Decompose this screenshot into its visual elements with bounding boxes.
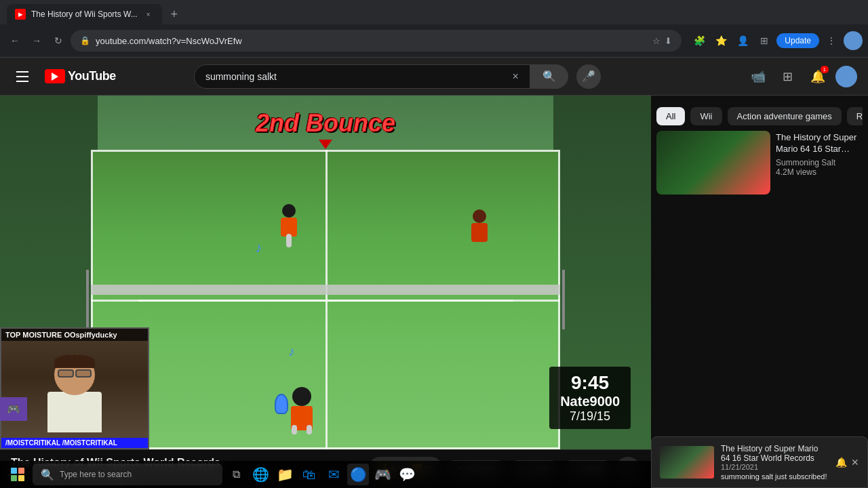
profile-icon[interactable]: 👤 xyxy=(733,31,752,50)
score-overlay: 9:45 Nate9000 7/19/15 xyxy=(549,367,631,429)
lock-icon: 🔒 xyxy=(80,36,90,45)
steam-icon[interactable]: 🎮 xyxy=(372,464,393,485)
file-explorer-icon[interactable]: 📁 xyxy=(274,464,296,485)
main-content: ♪ ♪ 2nd Bounce 9:45 Nate9000 7/19/15 xyxy=(0,96,868,488)
youtube-header: YouTube × 🔍 🎤 📹 ⊞ 🔔 1 xyxy=(0,58,868,96)
chip-action[interactable]: Action adventure games xyxy=(728,107,842,125)
windows-logo-icon xyxy=(11,468,24,481)
score-time: 9:45 xyxy=(560,372,620,394)
user-avatar[interactable] xyxy=(835,66,857,87)
search-icon: 🔍 xyxy=(41,468,54,481)
url-text: youtube.com/watch?v=NscWoJVrEfw xyxy=(96,36,647,46)
back-button[interactable]: ← xyxy=(5,31,24,50)
rec-channel: Summoning Salt xyxy=(776,158,863,167)
search-input[interactable] xyxy=(205,71,513,82)
search-submit-button[interactable]: 🔍 xyxy=(530,64,568,89)
url-actions: ☆ ⬇ xyxy=(652,36,672,46)
youtube-logo-text: YouTube xyxy=(68,69,116,83)
notification-close-button[interactable]: ✕ xyxy=(851,457,859,468)
facecam-image xyxy=(1,329,148,448)
facecam-overlay: TOP MOISTURE OOspiffyducky xyxy=(0,327,149,449)
edge-icon[interactable]: 🌐 xyxy=(250,464,271,485)
rec-thumb-image xyxy=(656,131,770,195)
notification-thumbnail xyxy=(660,446,714,479)
score-date: 7/19/15 xyxy=(560,409,620,424)
notifications-icon[interactable]: 🔔 1 xyxy=(806,64,830,89)
search-bar: × 🔍 🎤 xyxy=(194,64,601,89)
apps-icon[interactable]: ⊞ xyxy=(776,64,800,89)
chip-wii[interactable]: Wii xyxy=(690,107,722,125)
star-icon[interactable]: ☆ xyxy=(652,36,660,46)
search-input-wrapper[interactable]: × xyxy=(194,64,530,89)
twitch-icon: 🎮 xyxy=(0,397,27,421)
notification-popup: The History of Super Mario 64 16 Star Wo… xyxy=(651,436,868,488)
search-clear-button[interactable]: × xyxy=(513,70,519,83)
store-icon[interactable]: 🛍 xyxy=(298,464,320,485)
hamburger-menu-button[interactable] xyxy=(11,66,34,87)
facecam-label: TOP MOISTURE OOspiffyducky xyxy=(1,329,148,341)
download-icon[interactable]: ⬇ xyxy=(665,36,672,46)
taskbar-search-placeholder: Type here to search xyxy=(60,470,132,479)
refresh-button[interactable]: ↻ xyxy=(49,31,68,50)
taskview-button[interactable]: ⧉ xyxy=(225,464,247,485)
tab-close-button[interactable]: × xyxy=(143,9,154,20)
taskview-icon: ⧉ xyxy=(233,468,240,481)
recommended-video-card[interactable]: The History of Super Mario 64 16 Star Wo… xyxy=(656,131,863,195)
rec-views: 4.2M views xyxy=(776,167,863,177)
tab-favicon: ▶ xyxy=(15,9,26,20)
forward-button[interactable]: → xyxy=(27,31,46,50)
notification-actions: 🔔 ✕ xyxy=(835,457,859,468)
facecam-bottom-label: /MOISTCRITIKAL /MOISTCRITIKAL xyxy=(1,438,148,448)
extensions-icon[interactable]: 🧩 xyxy=(690,31,709,50)
menu-icon[interactable]: ⋮ xyxy=(822,31,841,50)
chips-bar: All Wii Action adventure games Reco › xyxy=(656,101,863,131)
browser-avatar[interactable] xyxy=(844,31,863,50)
video-player-section: ♪ ♪ 2nd Bounce 9:45 Nate9000 7/19/15 xyxy=(0,96,651,488)
notification-badge: 1 xyxy=(821,66,829,73)
chip-all[interactable]: All xyxy=(656,107,685,125)
music-note-2: ♪ xyxy=(288,344,295,359)
voice-search-button[interactable]: 🎤 xyxy=(576,64,601,89)
new-tab-button[interactable]: + xyxy=(165,5,184,24)
chrome-icon[interactable]: 🔵 xyxy=(347,464,369,485)
game-screen: ♪ ♪ 2nd Bounce 9:45 Nate9000 7/19/15 xyxy=(0,96,651,449)
update-button[interactable]: Update xyxy=(776,33,819,48)
music-note-1: ♪ xyxy=(255,240,262,256)
tab-title: The History of Wii Sports W... xyxy=(31,9,138,19)
rec-title: The History of Super Mario 64 16 Star Wo… xyxy=(776,132,863,155)
bookmark-icon[interactable]: ⭐ xyxy=(711,31,730,50)
tab-bar: ▶ The History of Wii Sports W... × + xyxy=(0,0,868,24)
score-name: Nate9000 xyxy=(560,394,620,409)
upload-icon[interactable]: 📹 xyxy=(746,64,770,89)
mail-icon[interactable]: ✉ xyxy=(323,464,344,485)
header-actions: 📹 ⊞ 🔔 1 xyxy=(746,64,857,89)
notification-meta: 11/21/2021 xyxy=(721,463,829,471)
discord-icon[interactable]: 💬 xyxy=(396,464,418,485)
notification-content: The History of Super Mario 64 16 Star Wo… xyxy=(721,444,829,481)
active-tab[interactable]: ▶ The History of Wii Sports W... × xyxy=(7,4,162,24)
start-button[interactable] xyxy=(5,462,30,487)
youtube-logo[interactable]: YouTube xyxy=(45,69,116,83)
bounce-text: 2nd Bounce xyxy=(256,109,395,138)
chip-reco[interactable]: Reco xyxy=(847,107,863,125)
url-bar[interactable]: 🔒 youtube.com/watch?v=NscWoJVrEfw ☆ ⬇ xyxy=(71,30,682,52)
bounce-arrow xyxy=(319,140,332,149)
browser-frame: ▶ The History of Wii Sports W... × + ← →… xyxy=(0,0,868,58)
rec-info: The History of Super Mario 64 16 Star Wo… xyxy=(776,131,863,195)
sidebar: All Wii Action adventure games Reco › Th… xyxy=(651,96,868,488)
browser-actions: 🧩 ⭐ 👤 ⊞ Update ⋮ xyxy=(684,31,863,50)
grid-icon[interactable]: ⊞ xyxy=(755,31,774,50)
notification-extra: summoning salt just subscribed! xyxy=(721,472,829,481)
youtube-logo-icon xyxy=(45,69,65,83)
address-bar: ← → ↻ 🔒 youtube.com/watch?v=NscWoJVrEfw … xyxy=(0,24,868,57)
notification-bell-icon[interactable]: 🔔 xyxy=(835,457,847,468)
taskbar-search[interactable]: 🔍 Type here to search xyxy=(33,464,222,485)
notification-title: The History of Super Mario 64 16 Star Wo… xyxy=(721,444,829,463)
rec-thumbnail xyxy=(656,131,770,195)
video-container[interactable]: ♪ ♪ 2nd Bounce 9:45 Nate9000 7/19/15 xyxy=(0,96,651,449)
